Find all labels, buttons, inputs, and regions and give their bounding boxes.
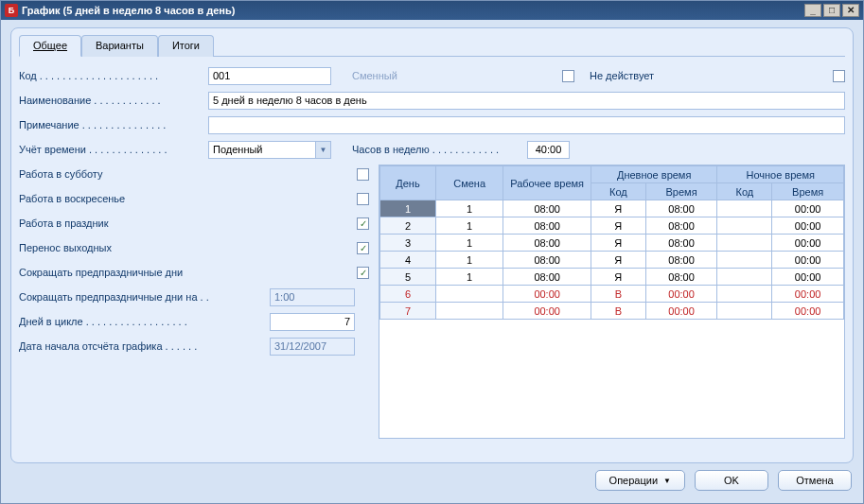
- minimize-button[interactable]: _: [804, 4, 821, 17]
- tab-variants[interactable]: Варианты: [81, 35, 158, 57]
- table-row[interactable]: 5108:00Я08:0000:00: [380, 269, 844, 286]
- chevron-down-icon: ▼: [663, 477, 671, 485]
- table-row[interactable]: 4108:00Я08:0000:00: [380, 252, 844, 269]
- table-row[interactable]: 700:00В00:0000:00: [380, 303, 844, 320]
- sunday-checkbox[interactable]: [357, 193, 369, 205]
- th-day: День: [380, 166, 436, 200]
- app-icon: Б: [5, 4, 18, 17]
- th-ncode: Код: [717, 183, 772, 200]
- label-code: Код . . . . . . . . . . . . . . . . . . …: [19, 70, 208, 81]
- label-saturday: Работа в субботу: [19, 168, 303, 180]
- left-col: Работа в субботу Работа в воскресенье Ра…: [19, 165, 369, 439]
- cancel-button[interactable]: Отмена: [778, 470, 852, 491]
- label-cycledays: Дней в цикле . . . . . . . . . . . . . .…: [19, 316, 270, 327]
- tab-general[interactable]: Общее: [19, 35, 81, 57]
- timeacc-input[interactable]: [208, 141, 315, 159]
- maximize-button[interactable]: □: [823, 4, 840, 17]
- tabs: Общее Варианты Итоги: [19, 34, 845, 57]
- label-name: Наименование . . . . . . . . . . . .: [19, 95, 208, 106]
- label-moveweekend: Перенос выходных: [19, 242, 303, 253]
- titlebar: Б График (5 дней в неделю 8 часов в день…: [1, 1, 863, 20]
- label-note: Примечание . . . . . . . . . . . . . . .: [19, 119, 208, 130]
- moveweekend-checkbox[interactable]: [357, 242, 369, 254]
- tab-totals[interactable]: Итоги: [158, 35, 214, 57]
- close-button[interactable]: ✕: [842, 4, 859, 17]
- th-nighttime: Ночное время: [717, 166, 844, 183]
- preholiday-by-input[interactable]: [270, 288, 355, 306]
- name-input[interactable]: [208, 92, 845, 110]
- main-panel: Общее Варианты Итоги Код . . . . . . . .…: [10, 27, 854, 463]
- schedule-table-wrap: День Смена Рабочее время Дневное время Н…: [379, 165, 845, 439]
- two-col: Работа в субботу Работа в воскресенье Ра…: [19, 165, 845, 439]
- note-input[interactable]: [208, 116, 845, 134]
- row-code: Код . . . . . . . . . . . . . . . . . . …: [19, 66, 845, 85]
- button-bar: Операции▼ OK Отмена: [10, 463, 854, 492]
- ok-button[interactable]: OK: [695, 470, 768, 491]
- th-worktime: Рабочее время: [503, 166, 591, 200]
- row-timeacc: Учёт времени . . . . . . . . . . . . . .…: [19, 140, 845, 159]
- label-shift: Сменный: [352, 70, 414, 81]
- table-row[interactable]: 600:00В00:0000:00: [380, 286, 844, 303]
- label-preholiday: Сокращать предпраздничные дни: [19, 267, 303, 278]
- preholiday-checkbox[interactable]: [357, 267, 369, 279]
- content-area: Общее Варианты Итоги Код . . . . . . . .…: [1, 20, 863, 503]
- th-shift: Смена: [435, 166, 503, 200]
- label-sunday: Работа в воскресенье: [19, 193, 303, 204]
- table-row[interactable]: 2108:00Я08:0000:00: [380, 217, 844, 235]
- label-inactive: Не действует: [590, 70, 684, 81]
- table-row[interactable]: 3108:00Я08:0000:00: [380, 235, 844, 252]
- th-daytime: Дневное время: [591, 166, 717, 183]
- schedule-window: Б График (5 дней в неделю 8 часов в день…: [0, 0, 864, 504]
- holiday-checkbox[interactable]: [357, 217, 369, 230]
- label-startdate: Дата начала отсчёта графика . . . . . .: [19, 340, 270, 352]
- hoursweek-input[interactable]: [527, 141, 570, 159]
- th-ntime: Время: [772, 183, 844, 200]
- code-input[interactable]: [208, 67, 331, 85]
- th-dtime: Время: [645, 183, 717, 200]
- inactive-checkbox[interactable]: [833, 70, 845, 82]
- row-name: Наименование . . . . . . . . . . . .: [19, 91, 845, 110]
- schedule-table[interactable]: День Смена Рабочее время Дневное время Н…: [379, 165, 844, 320]
- window-title: График (5 дней в неделю 8 часов в день): [22, 5, 235, 16]
- row-note: Примечание . . . . . . . . . . . . . . .: [19, 115, 845, 134]
- label-hoursweek: Часов в неделю . . . . . . . . . . . .: [352, 144, 527, 155]
- cycledays-input[interactable]: [270, 313, 355, 331]
- startdate-input[interactable]: [270, 338, 355, 356]
- label-timeacc: Учёт времени . . . . . . . . . . . . . .: [19, 144, 208, 155]
- th-dcode: Код: [591, 183, 645, 200]
- shift-checkbox[interactable]: [562, 70, 574, 82]
- label-holiday: Работа в праздник: [19, 217, 303, 229]
- table-row[interactable]: 1108:00Я08:0000:00: [380, 200, 844, 217]
- saturday-checkbox[interactable]: [357, 168, 369, 181]
- right-col: День Смена Рабочее время Дневное время Н…: [379, 165, 845, 439]
- operations-button[interactable]: Операции▼: [595, 470, 685, 491]
- timeacc-select[interactable]: ▼: [208, 141, 331, 159]
- chevron-down-icon[interactable]: ▼: [315, 141, 331, 159]
- label-preholiday-by: Сокращать предпраздничные дни на . .: [19, 291, 270, 303]
